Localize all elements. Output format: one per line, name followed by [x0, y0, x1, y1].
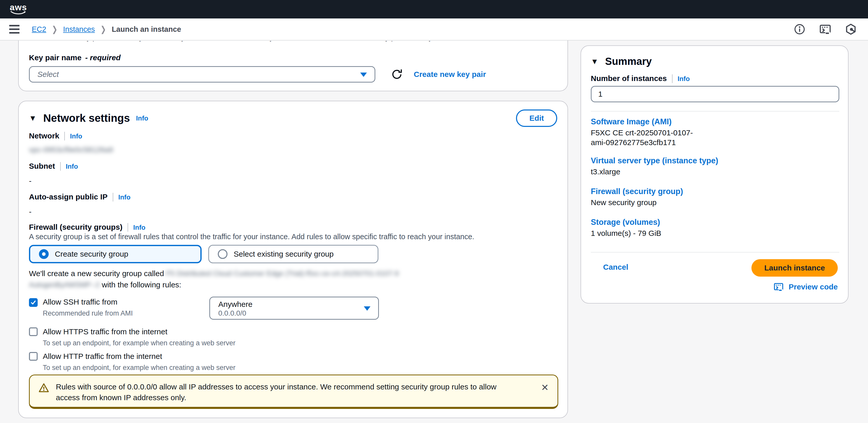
- caret-down-icon: [364, 306, 370, 311]
- allow-http-label: Allow HTTP traffic from the internet: [43, 352, 162, 361]
- firewall-value: New security group: [591, 198, 657, 207]
- number-of-instances-input[interactable]: [591, 86, 839, 102]
- warning-icon: [38, 383, 49, 407]
- allow-http-description: To set up an endpoint, for example when …: [43, 364, 236, 372]
- ssh-source-value: Anywhere: [218, 300, 378, 309]
- allow-https-description: To set up an endpoint, for example when …: [43, 339, 236, 347]
- allow-ssh-checkbox[interactable]: [29, 298, 38, 307]
- firewall-description: A security group is a set of firewall ru…: [29, 233, 474, 241]
- create-security-group-option[interactable]: Create security group: [29, 245, 202, 263]
- breadcrumb: EC2 ❯ Instances ❯ Launch an instance: [32, 25, 181, 34]
- software-image-value: F5XC CE crt-20250701-0107-: [591, 128, 693, 137]
- subnet-info-link[interactable]: Info: [66, 162, 78, 170]
- key-pair-select[interactable]: Select: [29, 66, 375, 83]
- number-of-instances-label: Number of instancesInfo: [591, 74, 690, 83]
- allow-https-checkbox[interactable]: [29, 327, 38, 336]
- subnet-field-value: -: [29, 177, 32, 185]
- amazon-q-icon[interactable]: [845, 23, 857, 35]
- ssh-source-cidr: 0.0.0.0/0: [218, 309, 378, 318]
- create-new-key-pair-link[interactable]: Create new key pair: [414, 70, 486, 79]
- chevron-right-icon: ❯: [100, 24, 106, 34]
- network-settings-card: ▼ Network settings Info Edit NetworkInfo…: [18, 101, 568, 418]
- storage-link[interactable]: Storage (volumes): [591, 218, 660, 227]
- redacted-security-group-name-2: AutogenByAWSMP--2: [29, 279, 100, 291]
- preview-code-label: Preview code: [788, 282, 838, 291]
- redacted-security-group-name: F5 Distributed Cloud Customer Edge (Tria…: [166, 268, 399, 279]
- network-settings-title: Network settings: [43, 112, 130, 124]
- breadcrumb-current-page: Launch an instance: [112, 25, 181, 34]
- aws-logo[interactable]: aws: [10, 3, 27, 15]
- summary-title: Summary: [605, 56, 652, 67]
- top-navigation-bar: aws: [0, 0, 868, 19]
- info-icon[interactable]: [794, 23, 805, 35]
- select-existing-security-group-label: Select existing security group: [234, 250, 334, 259]
- warning-message: Rules with source of 0.0.0.0/0 allow all…: [56, 382, 517, 407]
- aws-logo-text: aws: [10, 3, 27, 11]
- open-access-warning-alert: Rules with source of 0.0.0.0/0 allow all…: [29, 374, 558, 409]
- radio-unselected-icon: [218, 249, 227, 259]
- auto-assign-info-link[interactable]: Info: [118, 193, 131, 201]
- firewall-link[interactable]: Firewall (security group): [591, 187, 683, 196]
- cancel-button[interactable]: Cancel: [603, 263, 628, 271]
- breadcrumb-bar: EC2 ❯ Instances ❯ Launch an instance: [0, 19, 868, 40]
- firewall-info-link[interactable]: Info: [133, 223, 146, 231]
- preview-code-button[interactable]: Preview code: [773, 282, 838, 292]
- collapse-caret-icon[interactable]: ▼: [29, 114, 37, 123]
- breadcrumb-instances-link[interactable]: Instances: [63, 25, 95, 34]
- subnet-field-label: SubnetInfo: [29, 162, 78, 171]
- key-pair-select-placeholder: Select: [37, 70, 59, 79]
- allow-https-label: Allow HTTPS traffic from the internet: [43, 327, 167, 336]
- summary-panel: ▼ Summary Number of instancesInfo Softwa…: [581, 46, 848, 304]
- network-info-link[interactable]: Info: [70, 132, 82, 140]
- software-image-link[interactable]: Software Image (AMI): [591, 117, 672, 126]
- auto-assign-public-ip-value: -: [29, 207, 32, 216]
- network-field-label: NetworkInfo: [29, 131, 82, 141]
- close-icon[interactable]: ✕: [541, 383, 549, 407]
- select-existing-security-group-option[interactable]: Select existing security group: [208, 245, 378, 263]
- storage-value: 1 volume(s) - 79 GiB: [591, 229, 661, 238]
- clipped-text-line: You can use a key pair to securely conne…: [30, 41, 556, 44]
- check-icon: [30, 299, 37, 306]
- collapse-caret-icon[interactable]: ▼: [591, 57, 598, 66]
- ssh-source-select[interactable]: Anywhere 0.0.0.0/0: [209, 297, 379, 320]
- divider: [591, 111, 839, 112]
- radio-selected-icon: [39, 249, 49, 259]
- hamburger-menu-icon[interactable]: [9, 25, 20, 34]
- software-image-ami-id: ami-092762775e3cfb171: [591, 138, 676, 147]
- allow-ssh-description: Recommended rule from AMI: [43, 309, 133, 318]
- instances-info-link[interactable]: Info: [678, 75, 690, 83]
- network-settings-info-link[interactable]: Info: [136, 114, 148, 122]
- create-security-group-label: Create security group: [55, 250, 128, 259]
- key-pair-name-label: Key pair name - required: [29, 53, 121, 62]
- chevron-right-icon: ❯: [52, 24, 57, 34]
- security-group-sentence: We'll create a new security group called…: [29, 268, 399, 291]
- allow-ssh-label: Allow SSH traffic from: [43, 298, 117, 306]
- caret-down-icon: [360, 72, 367, 77]
- code-terminal-icon: [773, 282, 784, 292]
- instance-type-link[interactable]: Virtual server type (instance type): [591, 156, 718, 165]
- allow-http-checkbox[interactable]: [29, 352, 38, 361]
- cloudshell-icon[interactable]: [819, 23, 832, 35]
- launch-instance-button[interactable]: Launch instance: [751, 259, 838, 277]
- network-field-value: vpc-0953cf9e0c58126a9: [29, 145, 113, 154]
- refresh-key-pairs-button[interactable]: [391, 69, 402, 80]
- required-indicator: - required: [85, 53, 121, 62]
- firewall-security-groups-label: Firewall (security groups)Info: [29, 223, 146, 232]
- aws-smile-icon: [10, 11, 26, 15]
- auto-assign-public-ip-label: Auto-assign public IPInfo: [29, 192, 130, 202]
- instance-type-value: t3.xlarge: [591, 168, 620, 176]
- breadcrumb-ec2-link[interactable]: EC2: [32, 25, 46, 34]
- divider: [591, 252, 839, 252]
- edit-network-settings-button[interactable]: Edit: [516, 110, 557, 127]
